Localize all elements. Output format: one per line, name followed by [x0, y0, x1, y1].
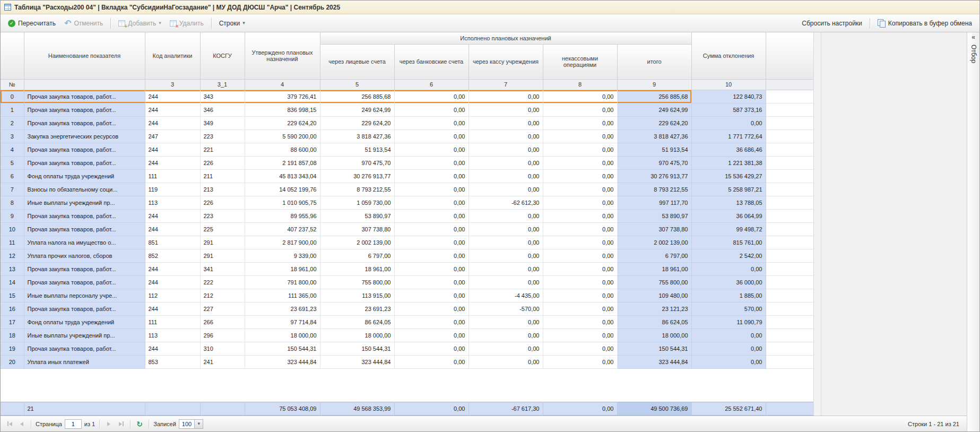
table-row[interactable]: 3Закупка энергетических ресурсов2472235 … — [1, 130, 813, 143]
cell-total[interactable]: 6 797,00 — [617, 249, 691, 263]
cell-personal-accounts[interactable]: 249 624,99 — [320, 103, 394, 117]
cell-cash-office[interactable]: 0,00 — [469, 342, 543, 356]
cell-personal-accounts[interactable]: 23 691,23 — [320, 303, 394, 316]
cell-bank-accounts[interactable]: 0,00 — [394, 236, 469, 249]
col-header-approved[interactable]: Утверждено плановых назначений — [245, 32, 320, 79]
col-header-rownum[interactable] — [1, 32, 24, 79]
cell-approved[interactable]: 150 544,31 — [245, 342, 320, 356]
expand-panel-icon[interactable] — [972, 34, 975, 40]
undo-button[interactable]: Отменить — [60, 17, 107, 30]
cell-analytics-code[interactable]: 244 — [145, 117, 200, 130]
cell-approved[interactable]: 14 052 199,76 — [245, 183, 320, 196]
cell-total[interactable]: 51 913,54 — [617, 143, 691, 157]
cell-total[interactable]: 150 544,31 — [617, 342, 691, 356]
cell-total[interactable]: 256 885,68 — [617, 90, 691, 103]
cell-analytics-code[interactable]: 244 — [145, 303, 200, 316]
cell-personal-accounts[interactable]: 1 059 730,00 — [320, 196, 394, 210]
cell-bank-accounts[interactable]: 0,00 — [394, 289, 469, 303]
cell-name[interactable]: Прочая закупка товаров, работ... — [24, 103, 145, 117]
cell-total[interactable]: 109 480,00 — [617, 289, 691, 303]
cell-kosgu[interactable]: 266 — [200, 316, 245, 329]
first-page-button[interactable] — [5, 419, 14, 429]
cell-deviation[interactable]: 122 840,73 — [691, 90, 766, 103]
cell-analytics-code[interactable]: 244 — [145, 143, 200, 157]
cell-non-cash[interactable]: 0,00 — [543, 342, 617, 356]
cell-rownum[interactable]: 10 — [1, 223, 24, 236]
cell-approved[interactable]: 23 691,23 — [245, 303, 320, 316]
cell-personal-accounts[interactable]: 307 738,80 — [320, 223, 394, 236]
cell-rownum[interactable]: 5 — [1, 157, 24, 170]
cell-bank-accounts[interactable]: 0,00 — [394, 117, 469, 130]
table-row[interactable]: 0Прочая закупка товаров, работ...2443433… — [1, 90, 813, 103]
cell-approved[interactable]: 9 339,00 — [245, 249, 320, 263]
cell-name[interactable]: Иные выплаты персоналу учре... — [24, 289, 145, 303]
cell-analytics-code[interactable]: 113 — [145, 329, 200, 342]
cell-bank-accounts[interactable]: 0,00 — [394, 130, 469, 143]
cell-name[interactable]: Иные выплаты учреждений пр... — [24, 196, 145, 210]
cell-rownum[interactable]: 9 — [1, 210, 24, 223]
cell-kosgu[interactable]: 225 — [200, 223, 245, 236]
cell-total[interactable]: 970 475,70 — [617, 157, 691, 170]
cell-rownum[interactable]: 1 — [1, 103, 24, 117]
cell-personal-accounts[interactable]: 755 800,00 — [320, 276, 394, 289]
cell-bank-accounts[interactable]: 0,00 — [394, 303, 469, 316]
cell-analytics-code[interactable]: 244 — [145, 157, 200, 170]
cell-bank-accounts[interactable]: 0,00 — [394, 90, 469, 103]
cell-non-cash[interactable]: 0,00 — [543, 157, 617, 170]
cell-personal-accounts[interactable]: 970 475,70 — [320, 157, 394, 170]
prev-page-button[interactable] — [17, 419, 27, 429]
table-row[interactable]: 19Прочая закупка товаров, работ...244310… — [1, 342, 813, 356]
cell-approved[interactable]: 229 624,20 — [245, 117, 320, 130]
refresh-button[interactable] — [135, 419, 144, 429]
cell-deviation[interactable]: 0,00 — [691, 117, 766, 130]
cell-deviation[interactable]: 815 761,00 — [691, 236, 766, 249]
cell-name[interactable]: Прочая закупка товаров, работ... — [24, 117, 145, 130]
table-row[interactable]: 4Прочая закупка товаров, работ...2442218… — [1, 143, 813, 157]
cell-kosgu[interactable]: 221 — [200, 143, 245, 157]
cell-total[interactable]: 86 624,05 — [617, 316, 691, 329]
cell-analytics-code[interactable]: 113 — [145, 196, 200, 210]
cell-analytics-code[interactable]: 852 — [145, 249, 200, 263]
cell-non-cash[interactable]: 0,00 — [543, 329, 617, 342]
table-row[interactable]: 1Прочая закупка товаров, работ...2443468… — [1, 103, 813, 117]
cell-rownum[interactable]: 12 — [1, 249, 24, 263]
cell-cash-office[interactable]: 0,00 — [469, 130, 543, 143]
cell-total[interactable]: 997 117,70 — [617, 196, 691, 210]
cell-cash-office[interactable]: 0,00 — [469, 263, 543, 276]
cell-deviation[interactable]: 36 686,46 — [691, 143, 766, 157]
cell-approved[interactable]: 323 444,84 — [245, 356, 320, 369]
cell-kosgu[interactable]: 241 — [200, 356, 245, 369]
cell-deviation[interactable]: 1 771 772,64 — [691, 130, 766, 143]
cell-name[interactable]: Взносы по обязательному соци... — [24, 183, 145, 196]
cell-analytics-code[interactable]: 111 — [145, 316, 200, 329]
cell-analytics-code[interactable]: 112 — [145, 289, 200, 303]
cell-personal-accounts[interactable]: 18 961,00 — [320, 263, 394, 276]
cell-cash-office[interactable]: 0,00 — [469, 157, 543, 170]
cell-total[interactable]: 18 000,00 — [617, 329, 691, 342]
cell-cash-office[interactable]: 0,00 — [469, 249, 543, 263]
cell-rownum[interactable]: 4 — [1, 143, 24, 157]
cell-cash-office[interactable]: 0,00 — [469, 90, 543, 103]
cell-non-cash[interactable]: 0,00 — [543, 210, 617, 223]
cell-name[interactable]: Прочая закупка товаров, работ... — [24, 342, 145, 356]
cell-cash-office[interactable]: 0,00 — [469, 183, 543, 196]
cell-analytics-code[interactable]: 244 — [145, 263, 200, 276]
cell-rownum[interactable]: 14 — [1, 276, 24, 289]
cell-deviation[interactable]: 15 536 429,27 — [691, 170, 766, 183]
cell-non-cash[interactable]: 0,00 — [543, 143, 617, 157]
cell-kosgu[interactable]: 310 — [200, 342, 245, 356]
cell-kosgu[interactable]: 343 — [200, 90, 245, 103]
col-header-non-cash[interactable]: некассовыми операциями — [543, 44, 617, 79]
col-header-deviation[interactable]: Сумма отклонения — [691, 32, 766, 79]
cell-cash-office[interactable]: 0,00 — [469, 210, 543, 223]
cell-personal-accounts[interactable]: 256 885,68 — [320, 90, 394, 103]
cell-non-cash[interactable]: 0,00 — [543, 303, 617, 316]
col-header-personal-accounts[interactable]: через лицевые счета — [320, 44, 394, 79]
cell-rownum[interactable]: 17 — [1, 316, 24, 329]
cell-name[interactable]: Прочая закупка товаров, работ... — [24, 90, 145, 103]
cell-cash-office[interactable]: 0,00 — [469, 103, 543, 117]
cell-kosgu[interactable]: 212 — [200, 289, 245, 303]
copy-to-clipboard-button[interactable]: Копировать в буфер обмена — [874, 17, 976, 29]
delete-row-button[interactable]: Удалить — [166, 18, 207, 29]
cell-non-cash[interactable]: 0,00 — [543, 183, 617, 196]
